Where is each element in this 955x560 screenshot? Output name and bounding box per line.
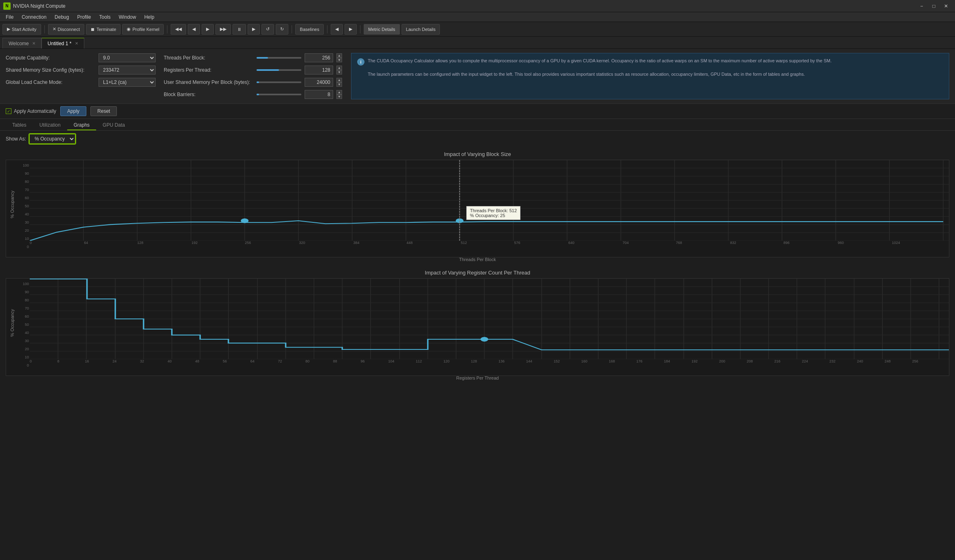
tabs-bar: Welcome ✕ Untitled 1 * ✕ xyxy=(0,37,955,49)
registers-per-thread-up[interactable]: ▲ xyxy=(336,66,342,70)
nav-pause-button[interactable]: ⏸ xyxy=(233,24,246,35)
global-load-cache-dropdown[interactable]: L1+L2 (ca) xyxy=(99,78,156,87)
chart2-y-70: 70 xyxy=(19,306,29,310)
toolbar-sep-3 xyxy=(292,25,292,33)
profile-kernel-button[interactable]: ◉ Profile Kernel xyxy=(122,24,164,35)
registers-per-thread-slider[interactable] xyxy=(257,69,301,71)
sub-tab-utilization[interactable]: Utilization xyxy=(33,121,67,130)
user-shared-memory-up[interactable]: ▲ xyxy=(336,78,342,82)
launch-details-label: Launch Details xyxy=(406,27,436,32)
baselines-button[interactable]: Baselines xyxy=(295,24,324,35)
global-load-cache-label: Global Load Cache Mode: xyxy=(6,79,95,85)
sub-tab-gpu-data[interactable]: GPU Data xyxy=(96,121,132,130)
user-shared-memory-down[interactable]: ▼ xyxy=(336,82,342,87)
sub-tab-tables[interactable]: Tables xyxy=(6,121,33,130)
nav-prev-button[interactable]: ◀◀ xyxy=(171,24,186,35)
info-panel: i The CUDA Occupancy Calculator allows y… xyxy=(351,53,949,99)
show-as-bar: Show As: % Occupancy xyxy=(0,131,955,147)
registers-per-thread-down[interactable]: ▼ xyxy=(336,70,342,75)
chart1-area: % Occupancy 100 90 80 70 60 50 40 30 20 … xyxy=(6,160,949,257)
menu-window[interactable]: Window xyxy=(114,13,140,21)
threads-per-block-down[interactable]: ▼ xyxy=(336,58,342,62)
chart1-y-10: 10 xyxy=(19,237,29,241)
block-barriers-value[interactable] xyxy=(305,90,333,99)
chart2-y-90: 90 xyxy=(19,290,29,294)
untitled-tab[interactable]: Untitled 1 * ✕ xyxy=(42,38,84,48)
toolbar-sep-1 xyxy=(44,25,45,33)
block-barriers-down[interactable]: ▼ xyxy=(336,94,342,99)
nav-next2-button[interactable]: ▶ xyxy=(202,24,214,35)
chart1-svg xyxy=(30,160,949,241)
nav-next-button[interactable]: ▶▶ xyxy=(215,24,231,35)
nav-play-button[interactable]: ▶ xyxy=(248,24,260,35)
compute-capability-dropdown[interactable]: 9.0 xyxy=(99,53,156,62)
chart1-line xyxy=(30,221,943,241)
nav-left-button[interactable]: ◀ xyxy=(331,24,343,35)
untitled-tab-close[interactable]: ✕ xyxy=(75,41,78,46)
block-barriers-slider[interactable] xyxy=(257,94,301,95)
info-text-content: The CUDA Occupancy Calculator allows you… xyxy=(368,57,832,95)
welcome-tab[interactable]: Welcome ✕ xyxy=(2,38,42,48)
title-bar-left: N NVIDIA Nsight Compute xyxy=(3,2,66,10)
launch-details-button[interactable]: Launch Details xyxy=(402,24,440,35)
apply-automatically-checkbox[interactable]: ✓ xyxy=(6,108,11,114)
compute-capability-label: Compute Capability: xyxy=(6,55,95,61)
chart1-y-70: 70 xyxy=(19,188,29,192)
maximize-button[interactable]: □ xyxy=(928,2,940,11)
config-panel: Compute Capability: 9.0 Shared Memory Si… xyxy=(0,49,955,104)
threads-per-block-up[interactable]: ▲ xyxy=(336,53,342,58)
terminate-label: Terminate xyxy=(97,27,116,32)
nav-right-button[interactable]: ▶ xyxy=(345,24,357,35)
registers-per-thread-value[interactable] xyxy=(305,66,333,75)
menu-help[interactable]: Help xyxy=(140,13,158,21)
nav-refresh-button[interactable]: ↺ xyxy=(261,24,274,35)
start-activity-button[interactable]: ▶ Start Activity xyxy=(2,24,41,35)
metric-details-button[interactable]: Metric Details xyxy=(364,24,400,35)
threads-per-block-slider[interactable] xyxy=(257,57,301,59)
disconnect-button[interactable]: ✕ Disconnect xyxy=(48,24,84,35)
shared-memory-dropdown[interactable]: 233472 xyxy=(99,66,156,75)
chart1-y-60: 60 xyxy=(19,196,29,200)
menu-debug[interactable]: Debug xyxy=(50,13,73,21)
threads-per-block-slider-container xyxy=(257,57,301,59)
apply-button[interactable]: Apply xyxy=(60,106,86,116)
close-button[interactable]: ✕ xyxy=(940,2,952,11)
chart1-tooltip-line2: % Occupancy: 25 xyxy=(470,213,517,218)
block-barriers-label: Block Barriers: xyxy=(164,92,253,97)
chart2-title: Impact of Varying Register Count Per Thr… xyxy=(6,270,949,276)
nav-refresh2-button[interactable]: ↻ xyxy=(276,24,288,35)
nav-prev2-button[interactable]: ◀ xyxy=(188,24,200,35)
baselines-label: Baselines xyxy=(300,27,319,32)
menu-file[interactable]: File xyxy=(2,13,18,21)
menu-profile[interactable]: Profile xyxy=(73,13,95,21)
chart2-y-30: 30 xyxy=(19,339,29,343)
menu-tools[interactable]: Tools xyxy=(95,13,114,21)
title-text: NVIDIA Nsight Compute xyxy=(13,3,66,9)
sub-tab-graphs[interactable]: Graphs xyxy=(67,121,96,130)
chart2-y-axis-label: % Occupancy xyxy=(10,309,15,337)
user-shared-memory-value[interactable] xyxy=(305,78,333,87)
profile-kernel-label: Profile Kernel xyxy=(132,27,159,32)
shared-memory-label: Shared Memory Size Config (bytes): xyxy=(6,67,95,73)
block-barriers-up[interactable]: ▲ xyxy=(336,90,342,94)
global-load-cache-row: Global Load Cache Mode: L1+L2 (ca) xyxy=(6,77,156,87)
app-icon: N xyxy=(3,2,11,10)
chart2-svg xyxy=(30,279,949,359)
minimize-button[interactable]: − xyxy=(916,2,927,11)
chart1-y-0: 0 xyxy=(19,245,29,249)
chart1-title: Impact of Varying Block Size xyxy=(6,151,949,157)
disconnect-label: Disconnect xyxy=(58,27,80,32)
reset-button[interactable]: Reset xyxy=(90,106,117,116)
threads-per-block-value[interactable] xyxy=(305,53,333,62)
user-shared-memory-slider[interactable] xyxy=(257,81,301,83)
show-as-dropdown[interactable]: % Occupancy xyxy=(29,134,75,144)
menu-connection[interactable]: Connection xyxy=(18,13,50,21)
chart1-y-50: 50 xyxy=(19,204,29,208)
terminate-button[interactable]: ⏹ Terminate xyxy=(86,24,121,35)
toolbar: ▶ Start Activity ✕ Disconnect ⏹ Terminat… xyxy=(0,22,955,37)
chart2-y-40: 40 xyxy=(19,331,29,335)
registers-per-thread-row: Registers Per Thread: ▲ ▼ xyxy=(164,65,343,75)
welcome-tab-close[interactable]: ✕ xyxy=(32,41,35,46)
charts-container[interactable]: Impact of Varying Block Size % Occupancy… xyxy=(0,147,955,560)
compute-capability-row: Compute Capability: 9.0 xyxy=(6,53,156,63)
